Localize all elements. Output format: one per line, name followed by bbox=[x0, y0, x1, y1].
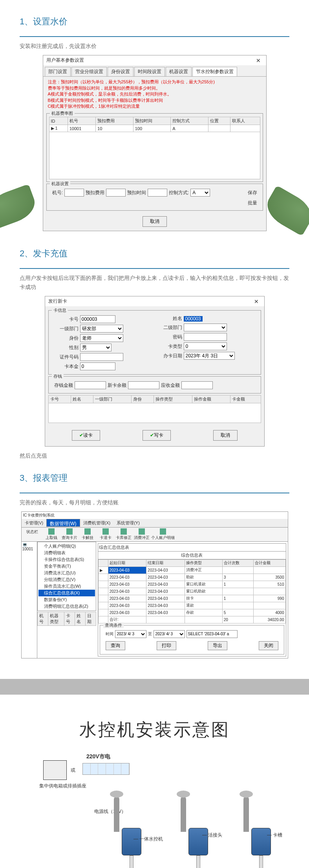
tab-water-control[interactable]: 节水控制参数设置 bbox=[192, 67, 237, 76]
tool-query[interactable]: 查询卡片 bbox=[61, 528, 78, 541]
print-button[interactable]: 打印 bbox=[157, 641, 176, 650]
section3-desc: 完善的报表，每天，每月明细，方便结账 bbox=[20, 498, 289, 507]
shower-icon bbox=[181, 796, 186, 832]
deposit-input[interactable] bbox=[75, 381, 106, 389]
pwd-input[interactable] bbox=[184, 333, 227, 341]
fee-input[interactable] bbox=[106, 189, 126, 197]
tab-period[interactable]: 时间段设置 bbox=[134, 67, 165, 76]
table-row[interactable]: 2023-04-032023-04-03助款33500 bbox=[98, 574, 285, 581]
export-button[interactable]: 导出 bbox=[208, 641, 227, 650]
date-select[interactable]: 2023年 4月 3日 bbox=[184, 352, 235, 360]
cancel-button[interactable]: 取消 bbox=[213, 430, 238, 441]
batch-button[interactable]: 批量 bbox=[248, 200, 257, 206]
table-row[interactable]: 2023-04-032023-04-03窗口机退款1510 bbox=[98, 581, 285, 588]
tree-backup[interactable]: 数据备份(Y) bbox=[38, 596, 95, 603]
label-joint1: — 活接头 bbox=[202, 832, 222, 839]
tool-withdraw[interactable]: 上取钱 bbox=[43, 528, 60, 541]
label-cardno: 卡号 bbox=[51, 316, 79, 323]
cancel-button[interactable]: 取消 bbox=[143, 216, 167, 227]
tree-balance[interactable]: 资金平衡表(T) bbox=[38, 563, 95, 570]
label-time: 预扣时间 bbox=[127, 189, 146, 196]
tab-machine[interactable]: 机器设置 bbox=[166, 67, 192, 76]
cardno-input[interactable] bbox=[80, 315, 115, 323]
time-input[interactable] bbox=[148, 189, 167, 197]
cert-input[interactable] bbox=[80, 353, 123, 361]
name-field[interactable]: 000003 bbox=[184, 316, 203, 322]
report-table: 起始日期结束日期操作类型合计次数合计金额 ▶2023-04-032023-04-… bbox=[98, 559, 286, 623]
close-button[interactable]: 关闭 bbox=[259, 641, 278, 650]
label-time: 时间 bbox=[106, 631, 113, 637]
tab-bar: 部门设置 营业分组设置 身份设置 时间段设置 机器设置 节水控制参数设置 bbox=[43, 65, 266, 77]
tree-summary[interactable]: 综合汇总信息表(X) bbox=[38, 590, 95, 596]
table-row[interactable]: 合计:2034020.00 bbox=[98, 616, 285, 623]
label-deposit: 存钱金额 bbox=[54, 382, 73, 389]
newbal-input[interactable] bbox=[128, 381, 159, 389]
close-icon[interactable]: ✕ bbox=[254, 57, 263, 64]
report-title: 综合汇总信息表 bbox=[98, 544, 286, 552]
machine-input[interactable] bbox=[64, 189, 84, 197]
tree-consume-sum[interactable]: 消费明细汇总信息表(Z) bbox=[38, 603, 95, 610]
tab-identity[interactable]: 身份设置 bbox=[108, 67, 133, 76]
query-button[interactable]: 查询 bbox=[106, 641, 125, 650]
shower-icon bbox=[114, 796, 119, 832]
label-dept1: 一级部门 bbox=[51, 326, 79, 332]
mode-select[interactable]: A bbox=[190, 189, 210, 197]
due-input[interactable] bbox=[181, 381, 213, 389]
tree-cardop[interactable]: 卡操作综合信息表(S) bbox=[38, 556, 95, 563]
table-row[interactable]: 2023-04-032023-04-03窗口机助款 bbox=[98, 588, 285, 595]
menu-card[interactable]: 卡管理(V) bbox=[22, 519, 47, 527]
gender-select[interactable]: 男 bbox=[80, 344, 112, 351]
tree-detail[interactable]: 消费明细表 bbox=[38, 550, 95, 556]
label-cardtype: 卡类型 bbox=[155, 343, 182, 350]
tab-group[interactable]: 营业分组设置 bbox=[71, 67, 107, 76]
dept2-select[interactable] bbox=[184, 324, 227, 331]
section1-desc: 安装和注册完成后，先设置水价 bbox=[20, 42, 289, 50]
report-subtitle: 综合信息表 bbox=[98, 552, 286, 559]
tool-reverse[interactable]: 消费冲正 bbox=[133, 528, 150, 541]
power-box-icon bbox=[43, 760, 67, 780]
menu-data[interactable]: 数据管理(W) bbox=[46, 519, 80, 527]
shower-icon bbox=[243, 796, 249, 832]
tool-unlock[interactable]: 卡解挂 bbox=[79, 528, 96, 541]
close-icon[interactable]: ✕ bbox=[252, 298, 261, 305]
label-or: 或 bbox=[71, 767, 75, 774]
menu-system[interactable]: 系统管理(Y) bbox=[113, 519, 143, 527]
dialog2-title: 发行新卡 bbox=[48, 298, 67, 305]
save-button[interactable]: 保存 bbox=[248, 189, 257, 196]
write-card-button[interactable]: ✔写卡 bbox=[143, 430, 171, 441]
tab-dept[interactable]: 部门设置 bbox=[45, 67, 71, 76]
label-fee: 预扣费用 bbox=[86, 189, 104, 196]
date-to[interactable]: 2023/ 4/ 3 bbox=[154, 630, 185, 638]
table-row[interactable]: 2023-04-032023-04-03存款54000 bbox=[98, 609, 285, 616]
label-cert: 证件号码 bbox=[51, 354, 79, 360]
read-card-button[interactable]: ✔读卡 bbox=[72, 430, 100, 441]
table-row[interactable]: 2023-04-032023-04-03退款 bbox=[98, 602, 285, 609]
sql-input[interactable] bbox=[186, 630, 238, 638]
group-deposit: 存钱 bbox=[52, 373, 64, 379]
section3-title: 3、报表管理 bbox=[20, 472, 289, 484]
menu-bar: 卡管理(V) 数据管理(W) 消费机管理(X) 系统管理(Y) bbox=[22, 519, 288, 528]
cardtype-select[interactable]: 0 bbox=[184, 342, 227, 350]
tree-group[interactable]: 分组消费汇总(V) bbox=[38, 576, 95, 583]
table-row[interactable]: ▶2023-04-032023-04-03消费冲正 bbox=[98, 566, 285, 574]
dept1-select[interactable]: 研发部 bbox=[80, 325, 123, 333]
menu-machine[interactable]: 消费机管理(X) bbox=[80, 519, 114, 527]
label-dept2: 二级部门 bbox=[155, 324, 182, 331]
label-machine: 机号: bbox=[52, 189, 63, 196]
tool-personal[interactable]: 个人账户明细 bbox=[151, 528, 175, 541]
date-from[interactable]: 2023/ 4/ 3 bbox=[115, 630, 146, 638]
table-row[interactable]: ▶ 11000110 100A bbox=[49, 125, 260, 132]
label-gender: 性别 bbox=[51, 344, 79, 351]
principal-input[interactable] bbox=[80, 362, 115, 370]
identity-select[interactable]: 老师 bbox=[80, 334, 123, 342]
label-principal: 卡本金 bbox=[51, 363, 79, 370]
tree-flow[interactable]: 消费流水汇总(U) bbox=[38, 570, 95, 576]
tool-fixdb[interactable]: 卡库修正 bbox=[115, 528, 132, 541]
section2-title: 2、发卡充值 bbox=[20, 248, 289, 259]
tree-opflow[interactable]: 操作员流水汇总(W) bbox=[38, 583, 95, 590]
table-row[interactable]: 2023-04-032023-04-03挂卡1990 bbox=[98, 595, 285, 602]
label-mains: 220V市电 bbox=[86, 753, 110, 760]
tool-refund[interactable]: 卡退卡 bbox=[97, 528, 114, 541]
tree-personal[interactable]: 个人账户明细(Q) bbox=[38, 543, 95, 550]
app-title: IC卡收费控制系统 bbox=[22, 512, 288, 519]
